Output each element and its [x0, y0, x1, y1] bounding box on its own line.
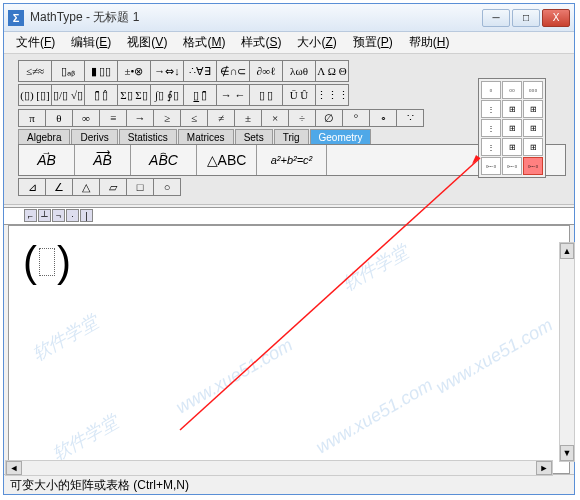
matrix-variable-size[interactable]: ▫┄▫ — [523, 157, 543, 175]
tab-derivs[interactable]: Derivs — [71, 129, 117, 144]
palette-sets[interactable]: ∉∩⊂ — [216, 60, 250, 82]
matrix-2x2[interactable]: ⊞ — [502, 100, 522, 118]
scroll-left-icon[interactable]: ◄ — [6, 461, 22, 475]
left-paren: ( — [23, 238, 37, 286]
palette-boxes[interactable]: ▯ ▯ — [249, 84, 283, 106]
ruler[interactable]: ⌐ ┴ ¬ · | — [4, 207, 574, 225]
matrix-var-2[interactable]: ▫┄▫ — [502, 157, 522, 175]
maximize-button[interactable]: □ — [512, 9, 540, 27]
horizontal-scrollbar[interactable]: ◄ ► — [5, 460, 553, 476]
sym-parallelogram[interactable]: ▱ — [99, 178, 127, 196]
tab-algebra[interactable]: Algebra — [18, 129, 70, 144]
palette-operators[interactable]: ±•⊗ — [117, 60, 151, 82]
statusbar: 可变大小的矩阵或表格 (Ctrl+M,N) — [4, 474, 574, 494]
sym-square[interactable]: □ — [126, 178, 154, 196]
matrix-1x3[interactable]: ▫▫▫ — [523, 81, 543, 99]
vertical-scrollbar[interactable]: ▲ ▼ — [559, 242, 575, 462]
sym-infty[interactable]: ∞ — [72, 109, 100, 127]
matrix-var-1[interactable]: ▫┄▫ — [481, 157, 501, 175]
sym-div[interactable]: ÷ — [288, 109, 316, 127]
menu-edit[interactable]: 编辑(E) — [63, 32, 119, 53]
tmpl-ray-ab[interactable]: ⟶AB — [75, 145, 131, 175]
ruler-tools: ⌐ ┴ ¬ · | — [24, 209, 93, 222]
matrix-4x1[interactable]: ⋮ — [481, 138, 501, 156]
palette-misc[interactable]: ∂∞ℓ — [249, 60, 283, 82]
scroll-right-icon[interactable]: ► — [536, 461, 552, 475]
sym-times[interactable]: × — [261, 109, 289, 127]
matrix-1x2[interactable]: ▫▫ — [502, 81, 522, 99]
sym-because[interactable]: ∵ — [396, 109, 424, 127]
equation-canvas[interactable]: ( ) 软件学堂 www.xue51.com 软件学堂 www.xue51.co… — [8, 225, 570, 474]
sym-ne[interactable]: ≠ — [207, 109, 235, 127]
sym-angle[interactable]: ∠ — [45, 178, 73, 196]
sym-pm[interactable]: ± — [234, 109, 262, 127]
watermark: 软件学堂 — [48, 410, 122, 467]
palette-logic[interactable]: ∴∀∃ — [183, 60, 217, 82]
tab-bar-icon[interactable]: | — [80, 209, 93, 222]
menu-format[interactable]: 格式(M) — [175, 32, 233, 53]
tmpl-arc-abc[interactable]: ⌢ABC — [131, 145, 197, 175]
tmpl-pythagoras[interactable]: a²+b²=c² — [257, 145, 327, 175]
palette-overbar[interactable]: ▯̄ ▯̂ — [84, 84, 118, 106]
sym-triangle[interactable]: △ — [72, 178, 100, 196]
sym-ge[interactable]: ≥ — [153, 109, 181, 127]
minimize-button[interactable]: ─ — [482, 9, 510, 27]
sym-le[interactable]: ≤ — [180, 109, 208, 127]
palette-underover[interactable]: ▯̲ ▯̄ — [183, 84, 217, 106]
palette-matrices[interactable]: ⋮⋮⋮ — [315, 84, 349, 106]
sym-equiv[interactable]: ≡ — [99, 109, 127, 127]
menu-size[interactable]: 大小(Z) — [289, 32, 344, 53]
menu-preset[interactable]: 预置(P) — [345, 32, 401, 53]
scroll-down-icon[interactable]: ▼ — [560, 445, 574, 461]
tab-statistics[interactable]: Statistics — [119, 129, 177, 144]
sym-rtriangle[interactable]: ⊿ — [18, 178, 46, 196]
palette-arrows[interactable]: →⇔↓ — [150, 60, 184, 82]
tab-sets[interactable]: Sets — [235, 129, 273, 144]
menu-help[interactable]: 帮助(H) — [401, 32, 458, 53]
palette-fences[interactable]: (▯) [▯] — [18, 84, 52, 106]
matrix-1x1[interactable]: ▫ — [481, 81, 501, 99]
titlebar[interactable]: Σ MathType - 无标题 1 ─ □ X — [4, 4, 574, 32]
matrix-3x2[interactable]: ⊞ — [502, 119, 522, 137]
menu-view[interactable]: 视图(V) — [119, 32, 175, 53]
tab-center-icon[interactable]: ┴ — [38, 209, 51, 222]
sym-degree[interactable]: ° — [342, 109, 370, 127]
scroll-up-icon[interactable]: ▲ — [560, 243, 574, 259]
sym-circle[interactable]: ○ — [153, 178, 181, 196]
close-button[interactable]: X — [542, 9, 570, 27]
insertion-slot[interactable] — [39, 248, 55, 276]
palette-integrals[interactable]: ∫▯ ∮▯ — [150, 84, 184, 106]
matrix-2x1[interactable]: ⋮ — [481, 100, 501, 118]
matrix-3x1[interactable]: ⋮ — [481, 119, 501, 137]
menubar: 文件(F) 编辑(E) 视图(V) 格式(M) 样式(S) 大小(Z) 预置(P… — [4, 32, 574, 54]
palette-fractions[interactable]: ▯/▯ √▯ — [51, 84, 85, 106]
menu-file[interactable]: 文件(F) — [8, 32, 63, 53]
palette-relations[interactable]: ≤≠≈ — [18, 60, 52, 82]
menu-style[interactable]: 样式(S) — [233, 32, 289, 53]
sym-theta[interactable]: θ — [45, 109, 73, 127]
tab-trig[interactable]: Trig — [274, 129, 309, 144]
palette-greek-lower[interactable]: λωθ — [282, 60, 316, 82]
tab-decimal-icon[interactable]: · — [66, 209, 79, 222]
tab-left-icon[interactable]: ⌐ — [24, 209, 37, 222]
tab-geometry[interactable]: Geometry — [310, 129, 372, 144]
tmpl-vector-ab[interactable]: →AB — [19, 145, 75, 175]
palette-arrows2[interactable]: → ← — [216, 84, 250, 106]
palette-accents[interactable]: Ū Û — [282, 84, 316, 106]
palette-subsup[interactable]: ▯ₐᵦ — [51, 60, 85, 82]
sym-empty[interactable]: ∅ — [315, 109, 343, 127]
tab-right-icon[interactable]: ¬ — [52, 209, 65, 222]
palette-spaces[interactable]: ▮ ▯▯ — [84, 60, 118, 82]
matrix-4x2[interactable]: ⊞ — [502, 138, 522, 156]
tmpl-triangle-abc[interactable]: △ABC — [197, 145, 257, 175]
matrix-3x3[interactable]: ⊞ — [523, 119, 543, 137]
small-symbol-row2: ⊿ ∠ △ ▱ □ ○ — [18, 178, 566, 196]
sym-circ[interactable]: ∘ — [369, 109, 397, 127]
palette-greek-upper[interactable]: Λ Ω Θ — [315, 60, 349, 82]
sym-pi[interactable]: π — [18, 109, 46, 127]
matrix-2x3[interactable]: ⊞ — [523, 100, 543, 118]
sym-arrow[interactable]: → — [126, 109, 154, 127]
matrix-4x3[interactable]: ⊞ — [523, 138, 543, 156]
palette-sums[interactable]: Σ▯ Σ▯ — [117, 84, 151, 106]
tab-matrices[interactable]: Matrices — [178, 129, 234, 144]
